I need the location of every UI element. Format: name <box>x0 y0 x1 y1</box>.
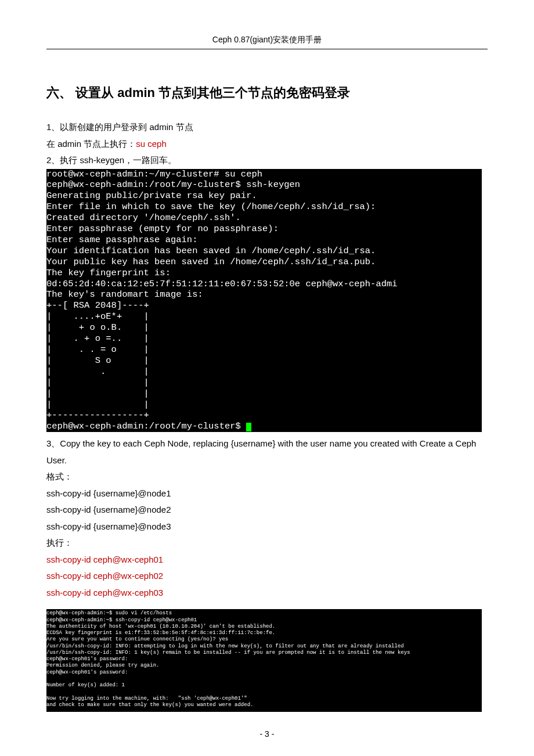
term-line: ceph@wx-ceph-admin:/root/my-cluster$ ssh… <box>46 179 300 190</box>
step-2: 2、执行 ssh-keygen，一路回车。 <box>46 152 488 169</box>
term-line: Permission denied, please try again. <box>46 663 159 668</box>
format-line-1: ssh-copy-id {username}@node1 <box>46 485 488 502</box>
term-line: ceph@wx-ceph-admin:~$ sudo vi /etc/hosts <box>46 610 172 616</box>
term-line: | . . = o | <box>46 344 149 355</box>
term-line: | ....+oE*+ | <box>46 311 149 322</box>
term-line: | | <box>46 377 149 388</box>
term-line: Generating public/private rsa key pair. <box>46 190 257 201</box>
format-line-2: ssh-copy-id {username}@node2 <box>46 502 488 519</box>
document-header: Ceph 0.87(giant)安装使用手册 <box>46 35 488 49</box>
term-line: The key's randomart image is: <box>46 289 203 300</box>
term-line: Enter file in which to save the key (/ho… <box>46 201 376 212</box>
step-1-cmd-code: su ceph <box>136 139 167 149</box>
term-line: ECDSA key fingerprint is e1:ff:33:52:be:… <box>46 630 275 636</box>
term-line: The key fingerprint is: <box>46 268 171 278</box>
term-line: | . | <box>46 366 149 377</box>
terminal-ssh-copy-id: ceph@wx-ceph-admin:~$ sudo vi /etc/hosts… <box>46 609 482 712</box>
term-line: ceph@wx-ceph-admin:~$ ssh-copy-id ceph@w… <box>46 617 197 623</box>
term-line: Are you sure you want to continue connec… <box>46 636 228 642</box>
term-line: +-----------------+ <box>46 410 149 420</box>
section-heading: 六、 设置从 admin 节点到其他三个节点的免密码登录 <box>46 84 488 102</box>
terminal-ssh-keygen: root@wx-ceph-admin:~/my-cluster# su ceph… <box>46 169 482 433</box>
term-line: | + o o.B. | <box>46 322 149 333</box>
term-line: ceph@wx-ceph01's password: <box>46 656 128 662</box>
execute-cmd-1: ssh-copy-id ceph@wx-ceph01 <box>46 552 488 568</box>
term-line: root@wx-ceph-admin:~/my-cluster# su ceph <box>46 169 262 179</box>
term-line: Your identification has been saved in /h… <box>46 246 376 256</box>
term-line: +--[ RSA 2048]----+ <box>46 300 149 311</box>
term-line: /usr/bin/ssh-copy-id: INFO: attempting t… <box>46 643 404 649</box>
term-line: 0d:65:2d:40:ca:12:e5:7f:51:12:11:e0:67:5… <box>46 279 398 289</box>
format-label: 格式： <box>46 469 488 485</box>
step-1-cmd-prefix: 在 admin 节点上执行： <box>46 139 136 149</box>
term-line: Enter passphrase (empty for no passphras… <box>46 224 279 234</box>
term-line: | S o | <box>46 355 149 366</box>
execute-cmd-3: ssh-copy-id ceph@wx-ceph03 <box>46 585 488 602</box>
term-line: and check to make sure that only the key… <box>46 702 253 708</box>
step-1-cmd: 在 admin 节点上执行：su ceph <box>46 136 488 153</box>
term-line: Enter same passphrase again: <box>46 235 197 245</box>
term-line: Your public key has been saved in /home/… <box>46 257 376 267</box>
step-3: 3、Copy the key to each Ceph Node, replac… <box>46 435 488 469</box>
term-line: /usr/bin/ssh-copy-id: INFO: 1 key(s) rem… <box>46 650 410 656</box>
cursor-icon <box>246 423 251 431</box>
term-line: | . + o =.. | <box>46 333 149 344</box>
term-line: The authenticity of host 'wx-ceph01 (10.… <box>46 624 275 629</box>
term-line: Now try logging into the machine, with: … <box>46 696 247 701</box>
execute-cmd-2: ssh-copy-id ceph@wx-ceph02 <box>46 568 488 585</box>
term-prompt: ceph@wx-ceph-admin:/root/my-cluster$ <box>46 421 246 431</box>
step-1: 1、以新创建的用户登录到 admin 节点 <box>46 119 488 136</box>
term-line: | | <box>46 399 149 410</box>
execute-label: 执行： <box>46 535 488 552</box>
term-line: Number of key(s) added: 1 <box>46 682 125 688</box>
term-line: Created directory '/home/ceph/.ssh'. <box>46 213 241 223</box>
page: Ceph 0.87(giant)安装使用手册 六、 设置从 admin 节点到其… <box>0 0 534 756</box>
format-line-3: ssh-copy-id {username}@node3 <box>46 519 488 535</box>
page-number: - 3 - <box>46 729 488 739</box>
term-line: | | <box>46 388 149 399</box>
term-line: ceph@wx-ceph01's password: <box>46 669 128 675</box>
